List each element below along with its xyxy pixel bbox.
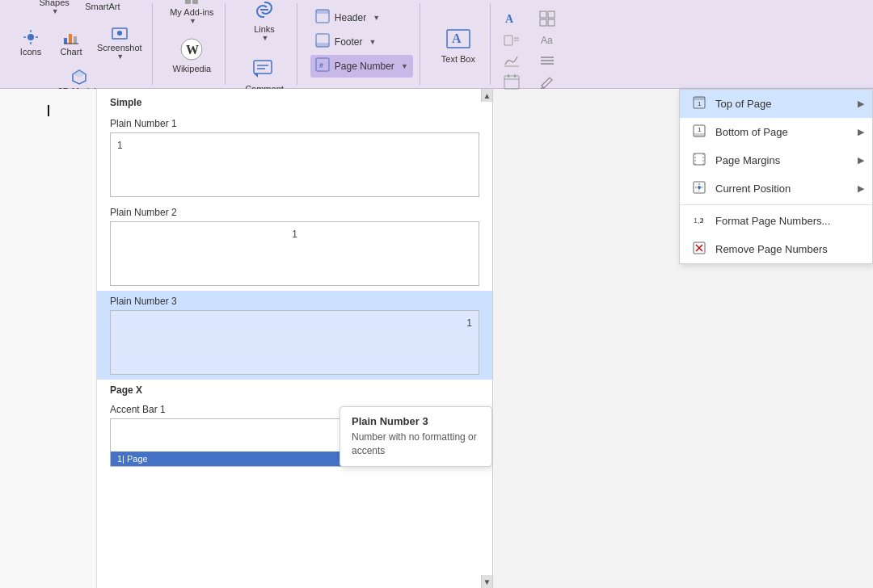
- gallery-panel[interactable]: ▲ Simple Plain Number 1 1 Plain Number 2…: [97, 89, 493, 588]
- chart-icon: [61, 27, 81, 47]
- svg-text:#: #: [319, 61, 323, 69]
- text-box-icon: A: [444, 25, 473, 54]
- svg-text:1,2: 1,2: [694, 216, 704, 225]
- format-page-numbers-icon: 1,2: [691, 213, 707, 229]
- screenshot-icon: [110, 23, 129, 43]
- my-addins-label: My Add-ins: [170, 7, 213, 17]
- icons-button[interactable]: Icons: [13, 26, 48, 58]
- menu-page-margins[interactable]: Page Margins ▶: [680, 146, 872, 174]
- format-button[interactable]: Aa: [536, 31, 559, 48]
- current-position-icon: [691, 181, 707, 196]
- svg-rect-33: [316, 10, 329, 14]
- bottom-of-page-arrow: ▶: [858, 127, 864, 137]
- page-margins-icon: [691, 153, 707, 168]
- page-x-label: Page X: [97, 380, 492, 399]
- edit-button[interactable]: [536, 73, 559, 90]
- menu-format-page-numbers[interactable]: 1,2 Format Page Numbers...: [680, 207, 872, 235]
- links-label: Links: [254, 24, 275, 34]
- svg-rect-22: [185, 0, 191, 4]
- remove-page-numbers-icon: [691, 242, 707, 257]
- right-icon-group: A: [497, 3, 526, 85]
- wikipedia-label: Wikipedia: [173, 64, 212, 74]
- scroll-up-button[interactable]: ▲: [481, 89, 492, 102]
- icons-icon: [21, 27, 40, 47]
- svg-point-70: [698, 186, 701, 189]
- wikipedia-icon: W: [177, 35, 206, 64]
- svg-text:Aa: Aa: [541, 35, 553, 46]
- gallery-item-plain3[interactable]: Plain Number 3 1: [97, 291, 492, 380]
- plain3-number: 1: [466, 317, 472, 329]
- links-button[interactable]: Links ▼: [243, 0, 285, 47]
- text-box-group: A Text Box: [427, 3, 491, 85]
- screenshot-button[interactable]: Screenshot ▼: [94, 22, 146, 62]
- left-sidebar: [0, 89, 97, 588]
- text-box-label: Text Box: [441, 54, 475, 64]
- wikipedia-button[interactable]: W Wikipedia: [167, 30, 218, 78]
- plain2-preview: 1: [110, 221, 479, 286]
- svg-point-13: [117, 31, 122, 36]
- footer-button[interactable]: Footer ▼: [310, 31, 413, 53]
- main-area: ▲ Simple Plain Number 1 1 Plain Number 2…: [0, 89, 873, 588]
- header-button[interactable]: Header ▼: [310, 6, 413, 29]
- svg-text:W: W: [186, 43, 199, 57]
- page-margins-arrow: ▶: [858, 155, 864, 166]
- tooltip-title: Plain Number 3: [352, 415, 480, 427]
- comment-icon: [250, 55, 279, 84]
- svg-text:1: 1: [698, 100, 702, 107]
- svg-rect-10: [74, 36, 77, 44]
- text-box-button[interactable]: A Text Box: [433, 20, 483, 69]
- smartart-button[interactable]: SmartArt: [80, 0, 124, 15]
- toolbar: Shapes ▼ SmartArt: [0, 0, 873, 89]
- gallery-item-plain1[interactable]: Plain Number 1 1: [97, 113, 492, 202]
- wordart-button[interactable]: A: [500, 10, 523, 27]
- my-addins-icon: [182, 0, 201, 7]
- svg-rect-52: [548, 19, 555, 26]
- plain1-title: Plain Number 1: [110, 118, 479, 129]
- svg-text:1: 1: [698, 126, 702, 133]
- menu-bottom-of-page[interactable]: 1 Bottom of Page ▶: [680, 118, 872, 146]
- svg-point-7: [27, 34, 34, 40]
- shapes-button[interactable]: Shapes ▼: [33, 0, 75, 19]
- dropcap-button[interactable]: [500, 31, 523, 48]
- page-number-dropdown: 1 Top of Page ▶ 1 Bottom of Page ▶: [679, 89, 873, 264]
- links-icon: [250, 0, 279, 24]
- tooltip-description: Number with no formatting or accents: [352, 430, 480, 458]
- top-of-page-icon: 1: [691, 96, 707, 111]
- plain2-number: 1: [292, 229, 297, 240]
- scroll-down-button[interactable]: ▼: [481, 575, 492, 588]
- bottom-of-page-icon: 1: [691, 124, 707, 140]
- page-number-button[interactable]: # Page Number ▼: [310, 55, 413, 78]
- shapes-label: Shapes: [39, 0, 69, 7]
- gallery-item-plain2[interactable]: Plain Number 2 1: [97, 202, 492, 291]
- links-group: Links ▼ Comment: [232, 3, 297, 85]
- svg-marker-15: [73, 70, 86, 78]
- current-position-label: Current Position: [715, 183, 791, 195]
- more-button[interactable]: [536, 52, 559, 69]
- symbol-grid-button[interactable]: [536, 10, 559, 27]
- svg-text:A: A: [505, 13, 514, 25]
- menu-remove-page-numbers[interactable]: Remove Page Numbers: [680, 235, 872, 263]
- chart-button[interactable]: Chart: [53, 26, 89, 58]
- svg-rect-8: [64, 38, 67, 44]
- remove-page-numbers-label: Remove Page Numbers: [715, 243, 828, 255]
- svg-rect-29: [254, 61, 272, 74]
- menu-top-of-page[interactable]: 1 Top of Page ▶: [680, 90, 872, 118]
- plain2-title: Plain Number 2: [110, 207, 479, 218]
- footer-label: Footer: [335, 36, 363, 48]
- header-icon: [315, 9, 330, 27]
- date-time-button[interactable]: [500, 73, 523, 90]
- illustrations-group: Shapes ▼ SmartArt: [6, 3, 153, 85]
- header-label: Header: [335, 12, 366, 23]
- menu-separator: [680, 204, 872, 205]
- signature-button[interactable]: [500, 52, 523, 69]
- current-position-arrow: ▶: [858, 183, 864, 194]
- menu-current-position[interactable]: Current Position ▶: [680, 174, 872, 203]
- svg-rect-23: [192, 0, 198, 4]
- top-of-page-label: Top of Page: [715, 98, 771, 110]
- screenshot-label: Screenshot: [97, 43, 142, 52]
- far-right-group: Aa: [533, 3, 562, 85]
- svg-rect-51: [540, 19, 546, 26]
- svg-rect-64: [694, 153, 705, 165]
- header-footer-group: Header ▼ Footer ▼ # Page Number ▼: [304, 3, 420, 85]
- my-addins-button[interactable]: My Add-ins ▼: [167, 0, 217, 27]
